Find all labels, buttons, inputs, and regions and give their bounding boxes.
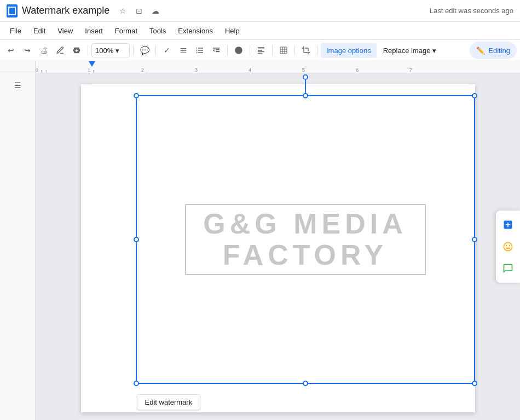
- menu-bar: File Edit View Insert Format Tools Exten…: [0, 22, 520, 39]
- editing-pencil-icon: ✏️: [476, 46, 485, 55]
- main-area: ☰ G&G MEDIA: [0, 73, 520, 420]
- toolbar-divider-3: [155, 45, 156, 56]
- toolbar-divider-2: [133, 45, 134, 56]
- handle-top-left[interactable]: [134, 93, 139, 98]
- editing-label: Editing: [488, 46, 510, 55]
- handle-bottom-right[interactable]: [472, 381, 477, 386]
- crop-button[interactable]: [298, 43, 314, 58]
- redo-button[interactable]: ↪: [20, 43, 35, 58]
- title-icons: ☆ ⊡ ☁: [116, 4, 162, 18]
- cloud-icon[interactable]: ☁: [149, 4, 162, 18]
- ruler: 0 1 2 3 4 5 6 7: [0, 61, 520, 73]
- paint-format-button[interactable]: [69, 43, 84, 58]
- document-page: G&G MEDIA FACTORY Edit watermark: [81, 84, 475, 412]
- zoom-value: 100%: [95, 46, 113, 55]
- replace-image-label: Replace image: [383, 46, 431, 55]
- image-options-button[interactable]: Image options: [321, 43, 377, 58]
- toolbar-divider-7: [294, 45, 295, 56]
- handle-bottom-left[interactable]: [134, 381, 139, 386]
- replace-image-button[interactable]: Replace image ▾: [378, 43, 442, 58]
- title-bar: Watermark example ☆ ⊡ ☁ Last edit was se…: [0, 0, 520, 22]
- rotate-handle[interactable]: [303, 74, 308, 80]
- zoom-dropdown-icon: ▾: [115, 46, 119, 55]
- star-icon[interactable]: ☆: [116, 4, 129, 18]
- handle-top-right[interactable]: [472, 93, 477, 98]
- watermark-line2: FACTORY: [203, 240, 407, 271]
- bullet-list-button[interactable]: [176, 43, 191, 58]
- menu-insert[interactable]: Insert: [79, 25, 108, 37]
- side-panel-add-button[interactable]: [498, 215, 518, 235]
- toolbar-divider-8: [317, 45, 317, 56]
- handle-top-middle[interactable]: [303, 93, 308, 98]
- menu-help[interactable]: Help: [219, 25, 245, 37]
- watermark-box: G&G MEDIA FACTORY: [185, 204, 426, 275]
- align-button[interactable]: [253, 43, 269, 58]
- handle-bottom-middle[interactable]: [303, 381, 308, 386]
- menu-view[interactable]: View: [52, 25, 78, 37]
- side-panel: [496, 211, 520, 283]
- toolbar-divider-5: [250, 45, 250, 56]
- watermark-text: G&G MEDIA FACTORY: [203, 208, 407, 271]
- menu-format[interactable]: Format: [109, 25, 143, 37]
- print-button[interactable]: 🖨: [36, 43, 51, 58]
- handle-middle-right[interactable]: [472, 237, 477, 242]
- toolbar-divider-4: [227, 45, 228, 56]
- sidebar-left: ☰: [0, 73, 36, 420]
- edit-watermark-button[interactable]: Edit watermark: [137, 394, 201, 410]
- numbered-list-button[interactable]: [192, 43, 207, 58]
- highlight-color-button[interactable]: [231, 43, 246, 58]
- checklist-button[interactable]: ✓: [159, 43, 175, 58]
- watermark-line1: G&G MEDIA: [203, 208, 407, 240]
- document-title[interactable]: Watermark example: [22, 5, 109, 16]
- menu-edit[interactable]: Edit: [28, 25, 51, 37]
- toolbar: ↩ ↪ 🖨 100% ▾ 💬 ✓: [0, 39, 520, 61]
- ruler-marks: 0 1 2 3 4 5 6 7: [36, 61, 520, 73]
- side-panel-emoji-button[interactable]: [498, 237, 518, 256]
- side-panel-comment-button[interactable]: [498, 259, 518, 278]
- canvas-area[interactable]: G&G MEDIA FACTORY Edit watermark: [36, 73, 520, 420]
- image-selection[interactable]: G&G MEDIA FACTORY Edit watermark: [136, 95, 475, 384]
- undo-button[interactable]: ↩: [3, 43, 19, 58]
- table-button[interactable]: [276, 43, 291, 58]
- comment-button[interactable]: 💬: [137, 43, 152, 58]
- svg-rect-0: [280, 47, 287, 54]
- menu-extensions[interactable]: Extensions: [172, 25, 218, 37]
- spellcheck-button[interactable]: [53, 43, 68, 58]
- doc-icon: [7, 4, 18, 18]
- zoom-selector[interactable]: 100% ▾: [91, 43, 130, 57]
- toolbar-divider-6: [272, 45, 273, 56]
- last-edit-text[interactable]: Last edit was seconds ago: [430, 7, 513, 15]
- indent-decrease-button[interactable]: [209, 43, 224, 58]
- menu-tools[interactable]: Tools: [144, 25, 171, 37]
- folder-icon[interactable]: ⊡: [132, 4, 146, 18]
- toolbar-divider-1: [88, 45, 88, 56]
- menu-file[interactable]: File: [4, 25, 27, 37]
- replace-image-dropdown-icon: ▾: [432, 46, 436, 55]
- sidebar-menu-icon[interactable]: ☰: [11, 79, 24, 92]
- handle-middle-left[interactable]: [134, 237, 139, 242]
- editing-button[interactable]: ✏️ Editing: [470, 42, 517, 59]
